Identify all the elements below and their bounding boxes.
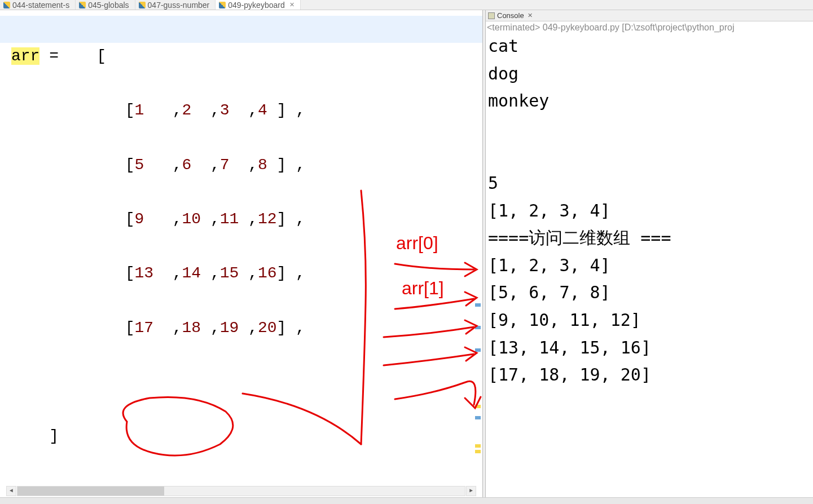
console-title: Console: [497, 11, 524, 20]
code-line[interactable]: [13 ,14 ,15 ,16] ,: [11, 260, 482, 287]
code-editor[interactable]: arr = [ [1 ,2 ,3 ,4 ] , [5 ,6 ,7 ,8 ] , …: [0, 10, 482, 497]
tab-label: 047-guss-number: [148, 1, 210, 10]
python-file-icon: [3, 2, 10, 8]
tab-label: 044-statement-s: [12, 1, 69, 10]
code-line[interactable]: [11, 369, 482, 396]
main-split: arr = [ [1 ,2 ,3 ,4 ] , [5 ,6 ,7 ,8 ] , …: [0, 10, 813, 497]
code-line[interactable]: [1 ,2 ,3 ,4 ] ,: [11, 97, 482, 124]
code-line[interactable]: arr = [: [11, 43, 482, 70]
console-output[interactable]: cat dog monkey 5 [1, 2, 3, 4] ====访问二维数组…: [486, 33, 813, 389]
code-line[interactable]: [17 ,18 ,19 ,20] ,: [11, 315, 482, 342]
code-line[interactable]: [11, 478, 482, 497]
editor-tab-bar: 044-statement-s 045-globals 047-guss-num…: [0, 0, 813, 10]
tab-045[interactable]: 045-globals: [76, 0, 135, 10]
code-line[interactable]: ]: [11, 423, 482, 450]
python-file-icon: [79, 2, 86, 8]
tab-label: 045-globals: [88, 1, 129, 10]
tab-label: 049-pykeyboard: [228, 1, 284, 10]
tab-044[interactable]: 044-statement-s: [0, 0, 76, 10]
python-file-icon: [139, 2, 146, 8]
close-icon[interactable]: ✕: [528, 12, 533, 19]
code-line[interactable]: [5 ,6 ,7 ,8 ] ,: [11, 152, 482, 179]
code-line[interactable]: [9 ,10 ,11 ,12] ,: [11, 206, 482, 233]
editor-content[interactable]: arr = [ [1 ,2 ,3 ,4 ] , [5 ,6 ,7 ,8 ] , …: [0, 10, 482, 497]
tab-047[interactable]: 047-guss-number: [135, 0, 216, 10]
python-file-icon: [219, 2, 226, 8]
close-icon[interactable]: ✕: [289, 1, 295, 8]
console-icon: [488, 12, 495, 19]
console-pane: Console ✕ <terminated> 049-pykeyboard.py…: [486, 10, 813, 497]
status-bar: [0, 497, 813, 504]
tab-049[interactable]: 049-pykeyboard ✕: [216, 0, 300, 10]
console-status: <terminated> 049-pykeyboard.py [D:\zsoft…: [486, 21, 813, 33]
console-tab[interactable]: Console ✕: [486, 10, 813, 21]
